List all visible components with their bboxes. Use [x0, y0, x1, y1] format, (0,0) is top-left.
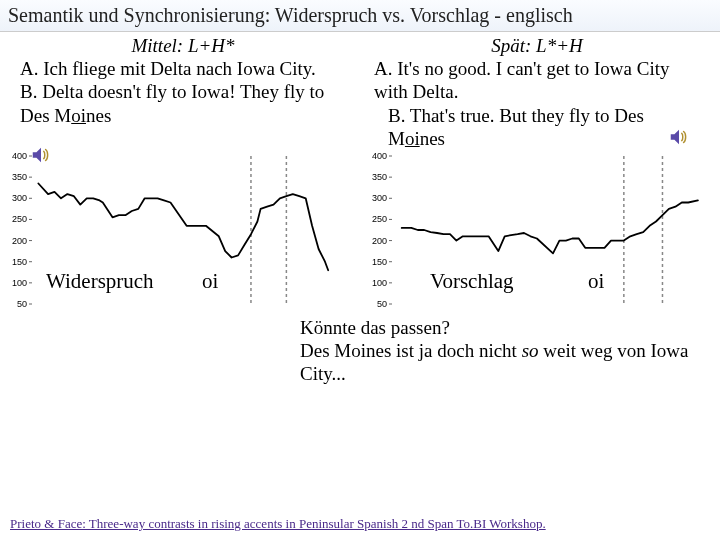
svg-text:300: 300: [372, 193, 387, 203]
speaker-icon[interactable]: [668, 126, 690, 148]
speaker-icon[interactable]: [30, 144, 52, 166]
right-oi-label: oi: [588, 269, 604, 294]
left-chart-box: 50100150200250300350400 Widerspruch oi: [0, 152, 360, 310]
svg-text:400: 400: [12, 152, 27, 161]
svg-text:100: 100: [12, 278, 27, 288]
svg-text:300: 300: [12, 193, 27, 203]
reference-link[interactable]: Prieto & Face: Three-way contrasts in ri…: [10, 516, 546, 532]
svg-text:50: 50: [17, 299, 27, 309]
left-accent-label: Mittel: L+H*: [10, 34, 356, 57]
right-chart-caption: Vorschlag: [430, 269, 514, 294]
svg-text:400: 400: [372, 152, 387, 161]
left-column: Mittel: L+H* A. Ich fliege mit Delta nac…: [10, 34, 356, 150]
right-column: Spät: L*+H A. It's no good. I can't get …: [364, 34, 710, 150]
svg-text:250: 250: [372, 214, 387, 224]
svg-text:50: 50: [377, 299, 387, 309]
text-columns: Mittel: L+H* A. Ich fliege mit Delta nac…: [0, 32, 720, 150]
right-text-a: A. It's no good. I can't get to Iowa Cit…: [374, 57, 704, 103]
right-text-b: B. That's true. But they fly to Des Moin…: [374, 104, 704, 150]
svg-text:150: 150: [372, 257, 387, 267]
svg-text:200: 200: [12, 235, 27, 245]
left-text-b: B. Delta doesn't fly to Iowa! They fly t…: [20, 80, 350, 126]
page-title: Semantik und Synchronisierung: Widerspru…: [0, 0, 720, 32]
right-chart: 50100150200250300350400: [360, 152, 720, 310]
left-chart-caption: Widerspruch: [46, 269, 154, 294]
svg-text:150: 150: [12, 257, 27, 267]
left-text-a: A. Ich fliege mit Delta nach Iowa City.: [20, 57, 350, 80]
charts-row: 50100150200250300350400 Widerspruch oi 5…: [0, 152, 720, 310]
svg-text:100: 100: [372, 278, 387, 288]
right-accent-label: Spät: L*+H: [364, 34, 710, 57]
svg-text:350: 350: [372, 172, 387, 182]
svg-text:200: 200: [372, 235, 387, 245]
bottom-comment: Könnte das passen? Des Moines ist ja doc…: [0, 310, 720, 386]
svg-text:250: 250: [12, 214, 27, 224]
svg-text:350: 350: [12, 172, 27, 182]
left-oi-label: oi: [202, 269, 218, 294]
right-chart-box: 50100150200250300350400 Vorschlag oi: [360, 152, 720, 310]
